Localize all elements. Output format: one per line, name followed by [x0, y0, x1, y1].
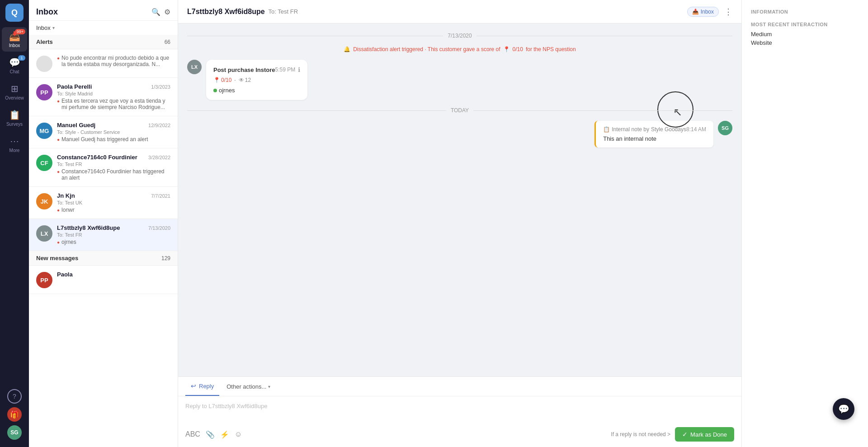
sidebar-item-surveys[interactable]: 📋 Surveys: [2, 106, 27, 130]
item-content: Manuel Guedj 12/9/2022 To: Style - Custo…: [57, 122, 170, 143]
reply-input-area[interactable]: Reply to L7sttbzly8 Xwf6id8upe: [178, 396, 741, 423]
alert-dot: ●: [57, 137, 60, 142]
quick-reply-button[interactable]: ⚡: [220, 430, 229, 439]
bell-icon: 🔔: [344, 46, 350, 52]
note-label-text: Internal note by: [612, 126, 649, 133]
inbox-label: Inbox: [9, 43, 20, 48]
inbox-tab[interactable]: Inbox ▾: [36, 24, 55, 31]
alerts-label: Alerts: [36, 38, 53, 45]
list-item[interactable]: PP Paola: [29, 266, 178, 294]
message-score-row: 📍 0/10 · 👁 12: [213, 77, 300, 83]
date-label: 7/13/2020: [448, 33, 472, 39]
item-to: To: Test FR: [57, 162, 170, 167]
sidebar-item-inbox[interactable]: 📥 Inbox 99+: [2, 27, 27, 52]
conv-header-left: L7sttbzly8 Xwf6id8upe To: Test FR: [187, 8, 298, 16]
message-type: Post purchase Instore: [213, 67, 275, 73]
other-actions-label: Other actions...: [226, 383, 266, 390]
item-content: L7sttbzly8 Xwf6id8upe 7/13/2020 To: Test…: [57, 224, 170, 245]
fab-button[interactable]: 💬: [833, 398, 854, 420]
item-name: Paola Perelli: [57, 83, 92, 90]
views-icon: 👁: [239, 77, 244, 83]
today-divider: TODAY: [187, 107, 732, 114]
tab-reply[interactable]: ↩ Reply: [185, 377, 219, 396]
medium-value: Website: [751, 39, 859, 46]
item-to: To: Style - Customer Service: [57, 129, 170, 135]
message-card: Post purchase Instore 5:59 PM ℹ 📍 0/10 ·…: [206, 60, 307, 100]
note-author-avatar: SG: [718, 121, 732, 135]
more-label: More: [9, 148, 20, 153]
item-date: 1/3/2023: [151, 84, 170, 90]
alert-dot: ●: [57, 208, 60, 213]
list-item[interactable]: MG Manuel Guedj 12/9/2022 To: Style - Cu…: [29, 116, 178, 148]
medium-label: Medium: [751, 31, 859, 38]
item-date: 7/7/2021: [151, 193, 170, 199]
avatar: LX: [36, 225, 52, 242]
item-date: 12/9/2022: [148, 123, 170, 128]
mark-done-button[interactable]: ✓ Mark as Done: [675, 427, 734, 442]
other-actions-button[interactable]: Other actions... ▾: [221, 380, 276, 394]
item-date: 7/13/2020: [148, 225, 170, 231]
overview-label: Overview: [5, 95, 24, 100]
overview-icon: ⊞: [11, 83, 19, 94]
note-time: 8:14 AM: [686, 126, 706, 133]
item-content: Paola: [57, 271, 170, 279]
item-content: ● No pude encontrar mi producto debido a…: [57, 55, 170, 67]
list-item[interactable]: LX L7sttbzly8 Xwf6id8upe 7/13/2020 To: T…: [29, 219, 178, 251]
sidebar-item-overview[interactable]: ⊞ Overview: [2, 80, 27, 104]
item-name: Jn Kjn: [57, 192, 75, 199]
item-header: Manuel Guedj 12/9/2022: [57, 122, 170, 128]
user-avatar-bottom[interactable]: SG: [7, 425, 22, 440]
reply-toolbar-left: ABC 📎 ⚡ ☺: [185, 430, 242, 439]
alert-dot: ●: [57, 99, 60, 104]
inbox-title: Inbox: [36, 7, 58, 17]
reply-placeholder: Reply to L7sttbzly8 Xwf6id8upe: [185, 403, 267, 409]
info-section-title: INFORMATION: [751, 9, 859, 14]
item-header: Paola Perelli 1/3/2023: [57, 83, 170, 90]
inbox-panel: Inbox 🔍 ⚙ Inbox ▾ Alerts 66 ● No pude en…: [29, 0, 178, 447]
list-item[interactable]: ● No pude encontrar mi producto debido a…: [29, 49, 178, 78]
info-icon[interactable]: ℹ: [298, 66, 300, 73]
text-format-button[interactable]: ABC: [185, 430, 200, 438]
gift-button[interactable]: 🎁: [7, 407, 22, 422]
list-item[interactable]: CF Constance7164c0 Fourdinier 3/28/2022 …: [29, 148, 178, 187]
inbox-badge: 📥 Inbox: [687, 7, 719, 17]
message-response: ojrnes: [213, 87, 300, 94]
reply-toolbar: ABC 📎 ⚡ ☺ If a reply is not needed > ✓ M…: [178, 423, 741, 447]
alert-dot: ●: [57, 169, 60, 174]
date-divider: 7/13/2020: [187, 33, 732, 39]
item-header: Jn Kjn 7/7/2021: [57, 192, 170, 199]
nav-sidebar: Q 📥 Inbox 99+ 💬 Chat 1 ⊞ Overview 📋 Surv…: [0, 0, 29, 447]
message-time: 5:59 PM: [275, 67, 296, 73]
response-status-dot: [213, 89, 217, 92]
fab-icon: 💬: [838, 404, 849, 414]
inbox-badge: 99+: [15, 29, 25, 34]
inbox-tab-row: Inbox ▾: [29, 21, 178, 35]
list-item[interactable]: JK Jn Kjn 7/7/2021 To: Test UK ● lonwr: [29, 187, 178, 219]
nps-pin-icon: 📍: [213, 77, 220, 83]
conv-header-right: 📥 Inbox ⋮: [687, 7, 732, 17]
sidebar-item-chat[interactable]: 💬 Chat 1: [2, 53, 27, 78]
inbox-tab-chevron: ▾: [52, 25, 55, 30]
list-item[interactable]: PP Paola Perelli 1/3/2023 To: Style Madr…: [29, 78, 178, 116]
sidebar-item-more[interactable]: ⋯ More: [2, 132, 27, 157]
avatar: JK: [36, 193, 52, 209]
reply-tab-label: Reply: [199, 383, 214, 390]
info-sub-title: MOST RECENT INTERACTION: [751, 22, 859, 27]
emoji-button[interactable]: ☺: [235, 430, 242, 438]
inbox-badge-label: Inbox: [701, 9, 714, 15]
item-name: Constance7164c0 Fourdinier: [57, 154, 137, 161]
checkmark-icon: ✓: [682, 431, 688, 438]
item-name: L7sttbzly8 Xwf6id8upe: [57, 224, 120, 231]
attachment-button[interactable]: 📎: [206, 430, 215, 439]
help-button[interactable]: ?: [7, 389, 22, 404]
inbox-filter-button[interactable]: ⚙: [164, 8, 170, 16]
avatar: PP: [36, 84, 52, 100]
message-views: 👁 12: [239, 77, 251, 83]
item-preview: ● ojrnes: [57, 239, 170, 245]
chat-label: Chat: [9, 69, 19, 74]
conversation-more-button[interactable]: ⋮: [724, 7, 732, 17]
inbox-search-button[interactable]: 🔍: [151, 8, 160, 16]
note-icon: 📋: [603, 126, 610, 133]
item-name: Manuel Guedj: [57, 122, 95, 128]
surveys-icon: 📋: [9, 109, 20, 120]
